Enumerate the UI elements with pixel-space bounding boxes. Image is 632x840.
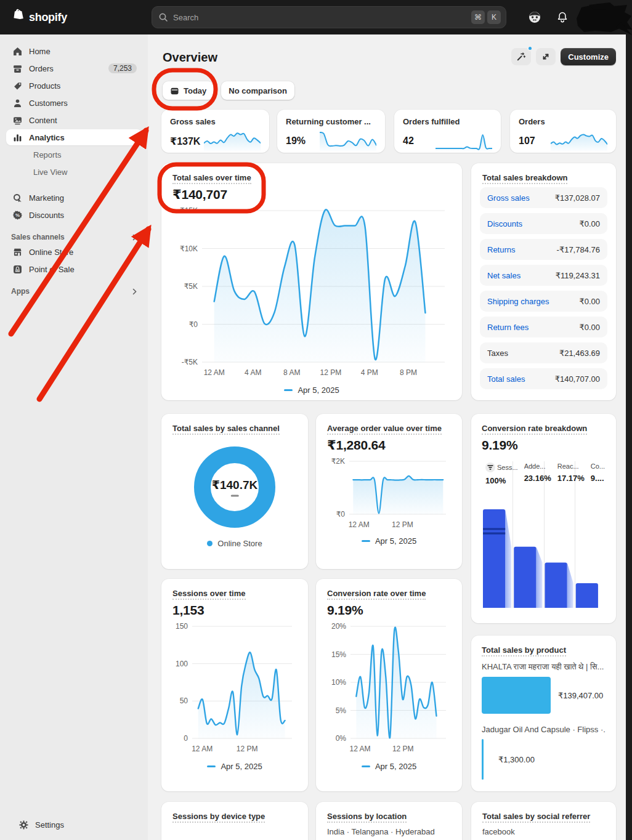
card-sales-by-social-referrer: Total sales by social referrer facebook [471,802,616,840]
sessions-line-chart: 15010050012 AM12 PM [172,621,297,754]
sidebar-item-discounts[interactable]: % Discounts [6,207,142,223]
sidebar-section-sales-channels[interactable]: Sales channels [11,233,137,241]
sidebar-item-customers[interactable]: Customers [6,95,142,111]
expand-button[interactable] [536,48,556,65]
sidebar-section-apps[interactable]: Apps [11,287,137,296]
metric-value: ₹137K [170,135,200,147]
sidebar-item-live-view[interactable]: Live View [6,164,142,180]
sidebar-item-online-store[interactable]: Online Store [6,244,142,260]
metric-card-orders-fulfilled[interactable]: Orders fulfilled 42 [394,110,501,153]
svg-text:%: % [15,212,20,218]
orders-icon [12,63,23,74]
svg-text:12 PM: 12 PM [392,745,414,753]
sidebar-item-settings[interactable]: Settings [12,817,136,833]
shopify-logo[interactable]: shopify [12,9,67,26]
svg-text:4 AM: 4 AM [245,368,261,377]
donut-center-value: ₹140.7K [212,478,258,492]
metric-value: 107 [519,135,535,147]
sidebar-item-point-of-sale[interactable]: s Point of Sale [6,261,142,277]
conversion-rate-value: 9.19% [482,438,606,453]
sparkline-chart [320,129,376,153]
breakdown-link[interactable]: Net sales [487,271,521,280]
search-input[interactable] [173,13,469,22]
breakdown-row[interactable]: Discounts₹0.00 [480,213,607,234]
svg-text:0: 0 [184,734,188,743]
svg-text:8 AM: 8 AM [283,368,300,377]
svg-text:15%: 15% [331,650,346,659]
funnel-stage-reached: Reac... 17.17% [554,461,587,485]
location-label: India · Telangana · Hyderabad [327,827,451,836]
breakdown-row[interactable]: Gross sales₹137,028.07 [480,187,607,208]
sidebar-item-content[interactable]: Content [6,112,142,128]
card-average-order-value: Average order value over time ₹1,280.64 … [316,414,462,569]
product-bar [482,677,551,714]
breakdown-row[interactable]: Return fees₹0.00 [480,317,607,337]
svg-text:12 AM: 12 AM [349,745,370,753]
shopify-bag-icon [12,9,26,26]
svg-text:0%: 0% [336,734,347,743]
svg-text:₹5K: ₹5K [184,282,198,291]
shortcut-k-key: K [487,10,501,24]
comparison-button[interactable]: No comparison [221,81,294,100]
sidebar-item-marketing[interactable]: Marketing [6,190,142,206]
breakdown-link[interactable]: Gross sales [487,193,530,203]
insights-magic-button[interactable] [511,48,531,65]
metric-card-gross-sales[interactable]: Gross sales ₹137K [161,110,269,153]
gear-icon [18,820,29,830]
card-total-sales-over-time: Total sales over time ₹140,707 ₹15K₹10K₹… [161,163,462,400]
sidekick-icon[interactable] [527,10,542,25]
breakdown-row-taxes: Taxes₹21,463.69 [480,342,607,363]
chart-legend: Apr 5, 2025 [327,536,451,546]
breakdown-link[interactable]: Discounts [487,219,522,228]
metric-card-returning-customer-rate[interactable]: Returning customer ... 19% [277,110,385,153]
svg-text:₹15K: ₹15K [180,206,198,215]
metric-card-orders[interactable]: Orders 107 [510,110,616,153]
product-name: KHALTA राजा महराजा यही खाते थे | सि... [482,662,606,672]
funnel-stage-added: Adde... 23.16% [521,461,554,485]
card-conversion-over-time: Conversion rate over time 9.19% 20%15%10… [316,579,462,791]
header-actions: Customize [511,48,616,65]
breakdown-row[interactable]: Shipping charges₹0.00 [480,291,607,312]
breakdown-link[interactable]: Total sales [487,374,525,384]
notifications-bell-icon[interactable] [555,10,570,25]
chart-legend: Apr 5, 2025 [327,762,451,771]
sidebar-item-orders[interactable]: Orders 7,253 [6,60,142,76]
sidebar-item-home[interactable]: Home [6,43,142,59]
magic-wand-icon [516,52,526,62]
donut-center-dash [231,495,239,497]
sidebar-item-products[interactable]: Products [6,78,142,94]
shopify-admin-window: shopify ⌘ K Ho [0,0,632,840]
pos-icon: s [12,264,23,275]
content-icon [12,115,23,126]
metric-value: 19% [286,135,306,147]
donut-chart: ₹140.7K [194,446,275,528]
funnel-stage-sessions: Sess... 100% [482,461,521,485]
sidebar-item-reports[interactable]: Reports [6,147,142,163]
breakdown-link[interactable]: Returns [487,245,516,254]
storefront-icon [12,247,23,257]
funnel-stage-converted: Co... 9.... [587,461,607,485]
svg-text:150: 150 [176,622,188,631]
customize-button[interactable]: Customize [561,48,616,65]
aov-value: ₹1,280.64 [327,438,451,453]
breakdown-row[interactable]: Total sales₹140,707.00 [480,368,607,389]
sidebar-item-analytics[interactable]: Analytics [6,129,142,145]
svg-text:8 PM: 8 PM [400,368,417,377]
sparkline-chart [436,129,492,153]
breakdown-row[interactable]: Net sales₹119,243.31 [480,265,607,286]
breakdown-link[interactable]: Return fees [487,323,529,332]
notification-dot [527,46,533,51]
global-search[interactable]: ⌘ K [152,6,506,28]
date-range-button[interactable]: Today [163,81,214,100]
breakdown-row[interactable]: Returns-₹17,784.76 [480,239,607,260]
discount-icon: % [12,210,23,220]
breakdown-link[interactable]: Shipping charges [487,297,549,306]
svg-text:₹0: ₹0 [189,320,198,329]
funnel-chart-area: Sess... 100% Adde... 23.16% Reac... 17.1… [482,461,606,608]
svg-text:₹0: ₹0 [336,510,346,519]
svg-text:-₹5K: -₹5K [182,358,198,366]
chart-legend: Apr 5, 2025 [172,762,297,771]
legend-dash [207,765,216,767]
legend-dot [207,541,213,546]
page-title: Overview [163,50,217,65]
